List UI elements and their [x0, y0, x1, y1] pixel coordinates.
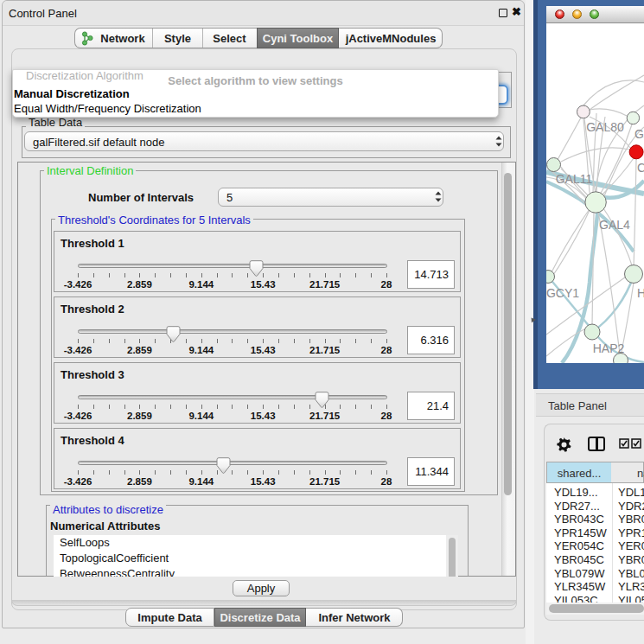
svg-text:GAL11: GAL11	[556, 172, 593, 186]
svg-text:HAP2: HAP2	[593, 341, 625, 355]
svg-text:GA: GA	[634, 127, 644, 141]
svg-text:GAL80: GAL80	[586, 120, 624, 134]
svg-text:H: H	[637, 286, 644, 300]
svg-text:GAL4: GAL4	[599, 218, 630, 232]
svg-text:GCY1: GCY1	[546, 286, 579, 300]
svg-text:C: C	[637, 161, 644, 175]
